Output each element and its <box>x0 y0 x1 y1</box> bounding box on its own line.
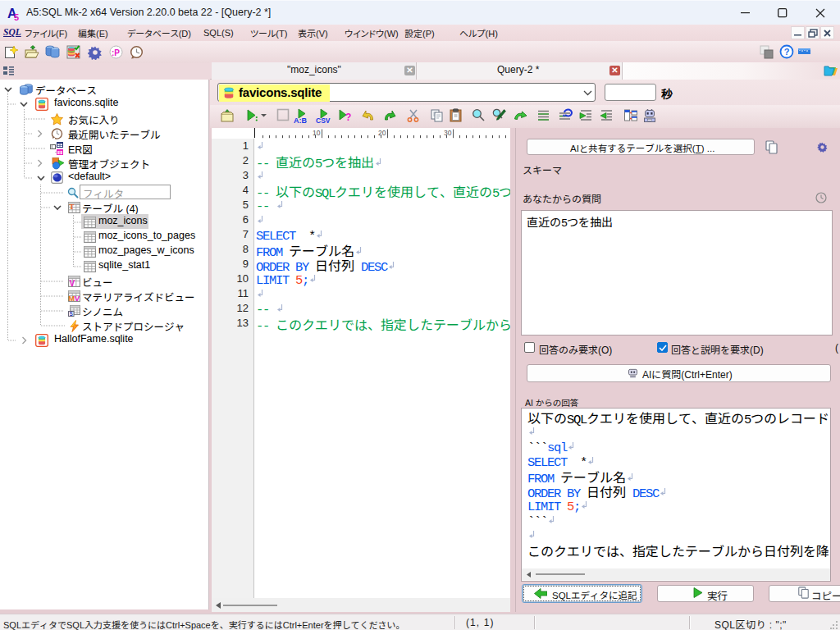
svg-text:V: V <box>75 294 80 302</box>
svg-text:A:B: A:B <box>294 116 307 124</box>
svg-text:?: ? <box>345 112 351 123</box>
svg-text:5: 5 <box>14 12 19 21</box>
svg-text:T: T <box>69 203 74 211</box>
svg-text:?: ? <box>784 47 790 57</box>
svg-text:CSV: CSV <box>316 116 331 124</box>
svg-text:V: V <box>70 279 75 288</box>
svg-text:S: S <box>70 311 74 317</box>
svg-text::P: :P <box>112 48 120 57</box>
